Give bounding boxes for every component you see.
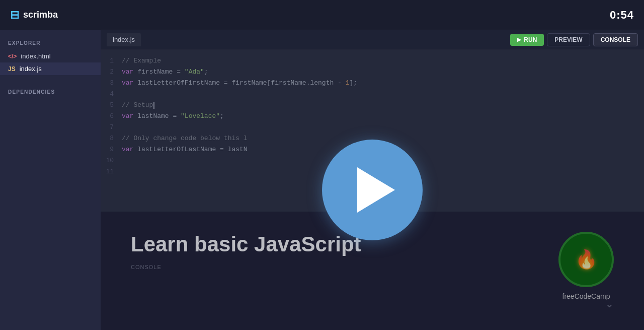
play-triangle-icon xyxy=(357,167,395,213)
main-layout: EXPLORER </> index.html JS index.js DEPE… xyxy=(0,30,644,330)
explorer-label: EXPLORER xyxy=(0,38,101,50)
run-icon: ▶ xyxy=(517,37,521,42)
logo-text: scrimba xyxy=(23,10,58,20)
sidebar-item-html[interactable]: </> index.html xyxy=(0,50,101,62)
logo: ⊟ scrimba xyxy=(10,9,58,22)
toolbar-buttons: ▶ RUN PREVIEW CONSOLE xyxy=(510,33,638,46)
play-button[interactable] xyxy=(322,140,423,240)
timer: 0:54 xyxy=(610,9,634,22)
js-file-name: index.js xyxy=(20,65,42,73)
js-file-icon: JS xyxy=(8,65,16,73)
play-overlay xyxy=(101,49,644,330)
preview-button[interactable]: PREVIEW xyxy=(547,33,590,46)
scrimba-logo-icon: ⊟ xyxy=(10,9,19,22)
html-file-icon: </> xyxy=(8,53,17,60)
run-button[interactable]: ▶ RUN xyxy=(510,34,544,46)
sidebar-divider xyxy=(0,75,101,83)
dependencies-label: DEPENDENCIES xyxy=(0,87,101,99)
active-tab[interactable]: index.js xyxy=(107,33,141,46)
top-bar: ⊟ scrimba 0:54 xyxy=(0,0,644,30)
html-file-name: index.html xyxy=(21,52,50,60)
run-label: RUN xyxy=(524,36,537,43)
editor-area: index.js ▶ RUN PREVIEW CONSOLE 1 // Exam… xyxy=(101,30,644,330)
sidebar: EXPLORER </> index.html JS index.js DEPE… xyxy=(0,30,101,330)
sidebar-item-js[interactable]: JS index.js xyxy=(0,62,101,75)
editor-tabs: index.js ▶ RUN PREVIEW CONSOLE xyxy=(101,30,644,49)
console-button[interactable]: CONSOLE xyxy=(593,33,638,46)
